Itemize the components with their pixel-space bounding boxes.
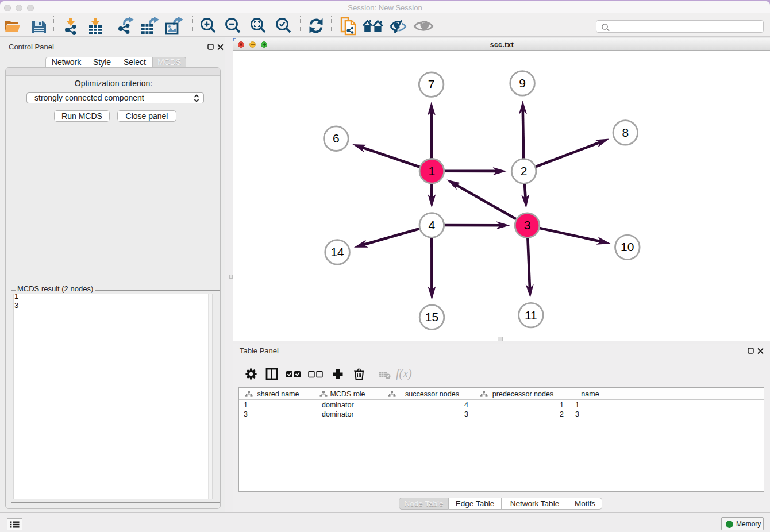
svg-text:14: 14 <box>330 245 344 259</box>
svg-text:15: 15 <box>425 310 438 323</box>
svg-text:10: 10 <box>621 240 634 253</box>
svg-text:3: 3 <box>524 218 531 232</box>
svg-text:6: 6 <box>333 132 340 145</box>
svg-text:4: 4 <box>428 218 435 232</box>
svg-text:2: 2 <box>521 164 528 178</box>
svg-text:1: 1 <box>429 164 436 178</box>
svg-text:9: 9 <box>519 76 526 90</box>
svg-text:8: 8 <box>622 126 629 139</box>
svg-text:7: 7 <box>428 78 435 91</box>
svg-text:f(x): f(x) <box>396 367 412 380</box>
svg-text:11: 11 <box>525 309 537 322</box>
